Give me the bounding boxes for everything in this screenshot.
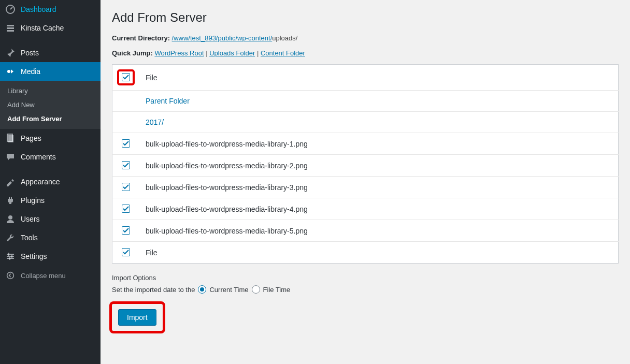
highlight-select-all bbox=[119, 71, 133, 84]
highlight-import: Import bbox=[112, 304, 163, 331]
sidebar-label: Media bbox=[21, 67, 40, 76]
radio-current-time[interactable] bbox=[198, 285, 206, 294]
sidebar-label: Plugins bbox=[21, 196, 45, 205]
sidebar-item-comments[interactable]: Comments bbox=[0, 148, 101, 166]
file-table: File Parent Folder 2017/ bulk-upload-fil… bbox=[112, 64, 619, 264]
radio-file-time[interactable] bbox=[252, 285, 260, 294]
radio-file-label: File Time bbox=[263, 286, 291, 294]
select-all-checkbox[interactable] bbox=[122, 73, 130, 81]
sidebar-label: Users bbox=[21, 215, 40, 223]
sidebar-item-appearance[interactable]: Appearance bbox=[0, 172, 101, 191]
sidebar-item-users[interactable]: Users bbox=[0, 210, 101, 228]
file-checkbox[interactable] bbox=[122, 205, 130, 213]
sidebar-label: Pages bbox=[21, 134, 41, 142]
svg-rect-9 bbox=[7, 256, 14, 257]
import-options-title: Import Options bbox=[112, 274, 619, 282]
table-row: bulk-upload-files-to-wordpress-media-lib… bbox=[112, 220, 619, 242]
tools-icon bbox=[5, 232, 16, 243]
quick-jump-wp-root[interactable]: WordPress Root bbox=[154, 49, 204, 57]
radio-current-label: Current Time bbox=[209, 286, 248, 294]
media-icon bbox=[5, 66, 16, 77]
sidebar-item-kinsta-cache[interactable]: Kinsta Cache bbox=[0, 19, 101, 37]
file-column-footer: File bbox=[139, 242, 619, 264]
cache-icon bbox=[5, 23, 16, 33]
page-title: Add From Server bbox=[112, 10, 619, 25]
import-options: Import Options Set the imported date to … bbox=[112, 274, 619, 294]
sidebar-label: Tools bbox=[21, 234, 38, 242]
plugins-icon bbox=[5, 195, 16, 206]
sidebar-item-tools[interactable]: Tools bbox=[0, 228, 101, 247]
file-checkbox[interactable] bbox=[122, 161, 130, 169]
quick-jump-content[interactable]: Content Folder bbox=[261, 49, 305, 57]
file-name: bulk-upload-files-to-wordpress-media-lib… bbox=[139, 133, 619, 155]
file-checkbox[interactable] bbox=[122, 183, 130, 191]
comments-icon bbox=[5, 152, 16, 162]
svg-rect-12 bbox=[11, 255, 12, 258]
svg-rect-6 bbox=[8, 135, 13, 142]
sidebar-item-settings[interactable]: Settings bbox=[0, 247, 101, 266]
sidebar-subitem-add-new[interactable]: Add New bbox=[0, 98, 101, 112]
appearance-icon bbox=[5, 177, 16, 187]
collapse-menu[interactable]: Collapse menu bbox=[0, 266, 101, 285]
svg-rect-13 bbox=[9, 257, 10, 260]
quick-jump-label: Quick Jump: bbox=[112, 49, 153, 57]
parent-folder-link[interactable]: Parent Folder bbox=[146, 97, 190, 105]
sidebar-item-media[interactable]: Media bbox=[0, 62, 101, 81]
sidebar-label: Comments bbox=[21, 153, 56, 161]
table-row: bulk-upload-files-to-wordpress-media-lib… bbox=[112, 133, 619, 155]
main-content: Add From Server Current Directory: /www/… bbox=[101, 0, 630, 364]
folder-link[interactable]: 2017/ bbox=[146, 118, 164, 126]
table-row: 2017/ bbox=[112, 112, 619, 133]
table-row: bulk-upload-files-to-wordpress-media-lib… bbox=[112, 155, 619, 177]
sidebar-item-dashboard[interactable]: Dashboard bbox=[0, 0, 101, 19]
current-dir-link[interactable]: /www/test_893/public/wp-content/ bbox=[172, 34, 273, 42]
table-row: Parent Folder bbox=[112, 91, 619, 112]
table-row: bulk-upload-files-to-wordpress-media-lib… bbox=[112, 198, 619, 220]
current-directory: Current Directory: /www/test_893/public/… bbox=[112, 34, 619, 42]
svg-rect-11 bbox=[8, 253, 9, 256]
collapse-label: Collapse menu bbox=[21, 272, 66, 280]
file-checkbox[interactable] bbox=[122, 226, 130, 235]
settings-icon bbox=[5, 251, 16, 261]
file-column-header: File bbox=[139, 65, 619, 91]
table-row: bulk-upload-files-to-wordpress-media-lib… bbox=[112, 177, 619, 198]
sidebar-subitem-add-from-server[interactable]: Add From Server bbox=[0, 112, 101, 126]
svg-point-4 bbox=[7, 70, 10, 73]
svg-point-14 bbox=[7, 272, 14, 279]
current-dir-label: Current Directory: bbox=[112, 34, 170, 42]
collapse-icon bbox=[5, 270, 16, 281]
admin-sidebar: Dashboard Kinsta Cache Posts Media Libra… bbox=[0, 0, 101, 364]
sidebar-item-plugins[interactable]: Plugins bbox=[0, 191, 101, 210]
file-name: bulk-upload-files-to-wordpress-media-lib… bbox=[139, 155, 619, 177]
table-footer-row: File bbox=[112, 242, 619, 264]
dashboard-icon bbox=[5, 4, 16, 14]
file-checkbox[interactable] bbox=[122, 139, 130, 148]
import-button[interactable]: Import bbox=[118, 309, 156, 326]
select-all-footer-checkbox[interactable] bbox=[122, 248, 130, 256]
sidebar-submenu-media: Library Add New Add From Server bbox=[0, 81, 101, 129]
svg-rect-1 bbox=[7, 25, 14, 26]
sidebar-label: Posts bbox=[21, 49, 39, 57]
pin-icon bbox=[5, 48, 16, 58]
sidebar-item-posts[interactable]: Posts bbox=[0, 43, 101, 62]
svg-rect-8 bbox=[7, 254, 14, 255]
quick-jump-uploads[interactable]: Uploads Folder bbox=[209, 49, 255, 57]
file-name: bulk-upload-files-to-wordpress-media-lib… bbox=[139, 177, 619, 198]
svg-rect-3 bbox=[7, 30, 14, 32]
svg-rect-2 bbox=[7, 27, 14, 29]
sidebar-label: Kinsta Cache bbox=[21, 24, 64, 32]
file-name: bulk-upload-files-to-wordpress-media-lib… bbox=[139, 198, 619, 220]
pages-icon bbox=[5, 133, 16, 143]
sidebar-label: Settings bbox=[21, 252, 47, 260]
current-dir-tail: uploads/ bbox=[272, 34, 297, 42]
date-label: Set the imported date to the bbox=[112, 286, 195, 294]
quick-jump: Quick Jump: WordPress Root | Uploads Fol… bbox=[112, 49, 619, 57]
sidebar-label: Dashboard bbox=[21, 5, 56, 13]
file-name: bulk-upload-files-to-wordpress-media-lib… bbox=[139, 220, 619, 242]
sidebar-label: Appearance bbox=[21, 178, 60, 186]
sidebar-item-pages[interactable]: Pages bbox=[0, 129, 101, 148]
svg-point-7 bbox=[8, 215, 12, 220]
table-header-row: File bbox=[112, 65, 619, 91]
users-icon bbox=[5, 214, 16, 224]
sidebar-subitem-library[interactable]: Library bbox=[0, 84, 101, 98]
